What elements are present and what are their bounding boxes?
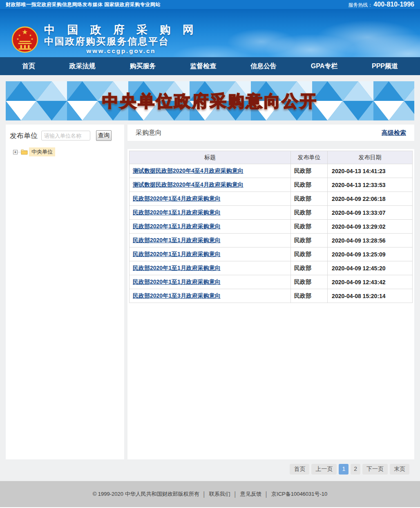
table-header-row: 标题 发布单位 发布日期 — [130, 151, 413, 164]
query-button[interactable]: 查询 — [96, 130, 112, 141]
page-footer: © 1999-2020 中华人民共和国财政部版权所有 │ 联系我们 │ 意见反馈… — [0, 481, 420, 507]
pagination: 首页 上一页 1 2 下一页 末页 — [0, 459, 420, 475]
site-subtitle: 中国政府购买服务信息平台 — [44, 36, 198, 47]
row-title-link[interactable]: 民政部2020年1至1月政府采购意向 — [133, 209, 221, 216]
row-unit: 民政部 — [291, 261, 328, 275]
footer-feedback-link[interactable]: 意见反馈 — [240, 490, 261, 498]
folder-icon — [21, 149, 28, 155]
nav-item-regulations[interactable]: 政采法规 — [69, 62, 96, 71]
logo-text: 中 国 政 府 采 购 网 中国政府购买服务信息平台 www.ccgp.gov.… — [44, 24, 198, 55]
publisher-sidebar: 发布单位 查询 + 中央单位 — [6, 125, 124, 459]
row-title-link[interactable]: 民政部2020年1至1月政府采购意向 — [133, 223, 221, 229]
tree-node-central-units: + 中央单位 — [13, 147, 120, 156]
page-title: 采购意向 — [136, 129, 162, 137]
col-header-title: 标题 — [130, 151, 291, 164]
pagination-last-button[interactable]: 末页 — [390, 464, 409, 475]
row-unit: 民政部 — [291, 289, 328, 303]
intent-table: 标题 发布单位 发布日期 测试数据民政部2020年4至4月政府采购意向 民政部 … — [129, 151, 413, 303]
row-unit: 民政部 — [291, 178, 328, 192]
site-logo[interactable]: ★ ★ ★ ★ ★ 中 国 政 府 采 购 网 中国政府购买服务信息平台 www… — [11, 24, 198, 55]
row-date: 2020-04-09 12:45:20 — [328, 261, 413, 275]
listing-panel: 标题 发布单位 发布日期 测试数据民政部2020年4至4月政府采购意向 民政部 … — [127, 149, 414, 459]
hotline-label: 服务热线： — [348, 2, 373, 9]
row-title-link[interactable]: 民政部2020年1至1月政府采购意向 — [133, 279, 221, 285]
row-unit: 民政部 — [291, 192, 328, 206]
national-emblem-icon: ★ ★ ★ ★ ★ — [11, 25, 38, 54]
advanced-search-link[interactable]: 高级检索 — [382, 129, 406, 137]
table-row: 民政部2020年1至3月政府采购意向 民政部 2020-04-08 15:20:… — [130, 289, 413, 303]
table-row: 民政部2020年1至4月政府采购意向 民政部 2020-04-09 22:06:… — [130, 192, 413, 206]
row-date: 2020-04-08 15:20:14 — [328, 289, 413, 303]
nav-item-home[interactable]: 首页 — [22, 62, 35, 71]
row-date: 2020-04-09 13:33:07 — [328, 206, 413, 220]
nav-item-ppp[interactable]: PPP频道 — [372, 62, 398, 71]
row-unit: 民政部 — [291, 206, 328, 220]
nav-item-supervision[interactable]: 监督检查 — [190, 62, 216, 71]
hotline-number: 400-810-1996 — [373, 1, 414, 8]
row-date: 2020-04-09 22:06:18 — [328, 192, 413, 206]
row-date: 2020-04-09 12:43:42 — [328, 275, 413, 289]
nav-item-gpa[interactable]: GPA专栏 — [311, 62, 337, 71]
table-row: 测试数据民政部2020年4至4月政府采购意向 民政部 2020-04-13 12… — [130, 178, 413, 192]
table-row: 民政部2020年1至1月政府采购意向 民政部 2020-04-09 13:28:… — [130, 234, 413, 247]
row-unit: 民政部 — [291, 275, 328, 289]
site-url: www.ccgp.gov.cn — [44, 47, 198, 55]
row-unit: 民政部 — [291, 164, 328, 178]
table-row: 民政部2020年1至1月政府采购意向 民政部 2020-04-09 13:25:… — [130, 247, 413, 261]
footer-separator: │ — [234, 491, 237, 497]
svg-text:★: ★ — [18, 33, 20, 37]
footer-icp: 京ICP备10046031号-10 — [271, 490, 327, 498]
row-title-link[interactable]: 民政部2020年1至4月政府采购意向 — [133, 195, 221, 202]
row-date: 2020-04-09 13:25:09 — [328, 247, 413, 261]
site-header: ★ ★ ★ ★ ★ 中 国 政 府 采 购 网 中国政府购买服务信息平台 www… — [0, 9, 420, 57]
table-body: 测试数据民政部2020年4至4月政府采购意向 民政部 2020-04-13 14… — [130, 164, 413, 303]
main-content: 采购意向 高级检索 标题 发布单位 发布日期 测试数据民政部2020年4至4月政… — [127, 125, 414, 459]
nav-item-announcements[interactable]: 信息公告 — [250, 62, 277, 71]
banner-title: 中央单位政府采购意向公开 — [102, 90, 318, 112]
svg-text:★: ★ — [16, 37, 19, 41]
row-date: 2020-04-09 13:29:02 — [328, 220, 413, 234]
svg-text:★: ★ — [31, 37, 33, 41]
tree-connector — [18, 152, 21, 152]
table-row: 民政部2020年1至1月政府采购意向 民政部 2020-04-09 13:33:… — [130, 206, 413, 220]
table-row: 民政部2020年1至1月政府采购意向 民政部 2020-04-09 13:29:… — [130, 220, 413, 234]
footer-separator: │ — [203, 491, 206, 497]
pagination-page-1[interactable]: 1 — [339, 464, 349, 475]
main-nav: 首页 政采法规 购买服务 监督检查 信息公告 GPA专栏 PPP频道 — [0, 57, 420, 75]
col-header-date: 发布日期 — [328, 151, 413, 164]
pagination-page-2[interactable]: 2 — [351, 464, 360, 475]
footer-contact-link[interactable]: 联系我们 — [209, 490, 230, 498]
row-title-link[interactable]: 民政部2020年1至1月政府采购意向 — [133, 251, 221, 257]
row-date: 2020-04-13 12:33:53 — [328, 178, 413, 192]
site-name: 中 国 政 府 采 购 网 — [44, 24, 198, 36]
row-title-link[interactable]: 测试数据民政部2020年4至4月政府采购意向 — [133, 167, 244, 174]
tree-expand-icon[interactable]: + — [13, 150, 18, 154]
service-hotline: 服务热线： 400-810-1996 — [348, 1, 414, 9]
row-title-link[interactable]: 民政部2020年1至3月政府采购意向 — [133, 292, 221, 299]
row-unit: 民政部 — [291, 247, 328, 261]
unit-search-input[interactable] — [41, 131, 90, 140]
table-row: 民政部2020年1至1月政府采购意向 民政部 2020-04-09 12:45:… — [130, 261, 413, 275]
svg-text:★: ★ — [29, 33, 31, 37]
footer-copyright: © 1999-2020 中华人民共和国财政部版权所有 — [93, 490, 199, 498]
row-unit: 民政部 — [291, 234, 328, 247]
section-header: 采购意向 高级检索 — [127, 125, 414, 141]
pagination-next-button[interactable]: 下一页 — [362, 464, 388, 475]
row-title-link[interactable]: 测试数据民政部2020年4至4月政府采购意向 — [133, 181, 244, 188]
tree-node-label[interactable]: 中央单位 — [29, 147, 55, 156]
row-title-link[interactable]: 民政部2020年1至1月政府采购意向 — [133, 265, 221, 271]
pagination-first-button[interactable]: 首页 — [290, 464, 309, 475]
site-slogan: 财政部唯一指定政府采购信息网络发布媒体 国家级政府采购专业网站 — [6, 1, 161, 8]
col-header-unit: 发布单位 — [291, 151, 328, 164]
publisher-label: 发布单位 — [10, 131, 38, 140]
row-unit: 民政部 — [291, 220, 328, 234]
campaign-banner: 中央单位政府采购意向公开 — [6, 81, 414, 120]
footer-separator: │ — [265, 491, 268, 497]
row-title-link[interactable]: 民政部2020年1至1月政府采购意向 — [133, 237, 221, 243]
topbar: 财政部唯一指定政府采购信息网络发布媒体 国家级政府采购专业网站 服务热线： 40… — [0, 0, 420, 9]
nav-item-purchase-services[interactable]: 购买服务 — [130, 62, 156, 71]
table-row: 测试数据民政部2020年4至4月政府采购意向 民政部 2020-04-13 14… — [130, 164, 413, 178]
unit-tree: + 中央单位 — [13, 147, 120, 156]
pagination-prev-button[interactable]: 上一页 — [311, 464, 337, 475]
row-date: 2020-04-13 14:41:23 — [328, 164, 413, 178]
